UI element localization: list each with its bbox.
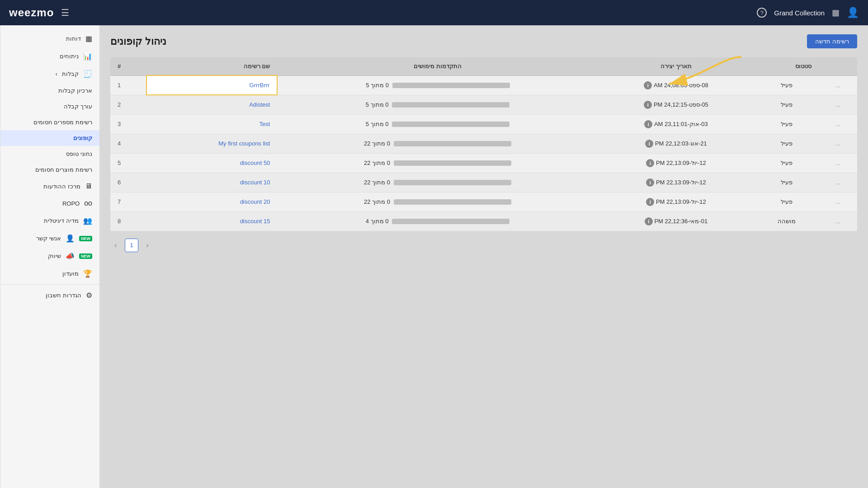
info-icon[interactable]: i	[645, 217, 653, 225]
row-status: פעיל	[754, 114, 819, 134]
table-row: ...פעיל12-יול-22,13:09 PM i0 מתוך 22disc…	[110, 192, 857, 211]
table-header: סטטוס תאריך יצירה התקדמות מימושים שם רשי…	[110, 57, 857, 75]
row-status: פעיל	[754, 173, 819, 192]
info-icon[interactable]: i	[644, 120, 652, 128]
sidebar-item-receipts[interactable]: 🧾 קבלות ›	[0, 65, 99, 83]
row-created: 03-אוק-23,11:01 AM i	[598, 114, 755, 134]
row-name[interactable]: discount 10	[146, 173, 278, 192]
row-name[interactable]: My first coupons list	[146, 134, 278, 153]
row-number: 1	[110, 75, 146, 95]
sidebar-item-club[interactable]: 🏆 מועדון	[0, 265, 99, 282]
prev-page-button[interactable]: ‹	[110, 239, 121, 252]
info-icon[interactable]: i	[646, 198, 654, 206]
help-icon[interactable]: ?	[757, 8, 767, 18]
row-name[interactable]: discount 50	[146, 153, 278, 173]
row-actions[interactable]: ...	[819, 114, 857, 134]
info-icon[interactable]: i	[645, 140, 653, 148]
sidebar-item-coupons[interactable]: קופונים	[0, 130, 99, 146]
row-actions[interactable]: ...	[819, 211, 857, 231]
store-name: Grand Collection	[774, 9, 825, 17]
row-actions[interactable]: ...	[819, 134, 857, 153]
table-row: ...פעיל05-ספט-24,12:15 PM i0 מתוך 5Adist…	[110, 95, 857, 114]
sidebar-item-label: עורך קבלה	[64, 103, 92, 110]
redemption-label: 0 מתוך 5	[366, 101, 389, 108]
settings-icon: ⚙	[86, 291, 92, 300]
ropo-icon: oo	[84, 199, 92, 207]
sidebar-item-coupon-types[interactable]: נחוני טופס	[0, 146, 99, 162]
redemption-label: 0 מתוך 22	[364, 140, 390, 147]
sidebar-item-label: ROPO	[62, 200, 80, 207]
redemption-label: 0 מתוך 22	[364, 179, 390, 186]
sidebar-item-settings[interactable]: ⚙ הגדרות חשבון	[0, 286, 99, 304]
row-created: 21-אוג-22,12:03 PM i	[598, 134, 755, 153]
table-body: ...פעיל08-ספט-24,08:03 AM i0 מתוך 5GrrrB…	[110, 75, 857, 231]
sidebar-item-label: מרכז ההודעות	[43, 183, 80, 190]
notifications-icon: 🖥	[85, 182, 92, 190]
row-number: 8	[110, 211, 146, 231]
sidebar-item-blocked-products[interactable]: רשימת מוצרים חסומים	[0, 162, 99, 178]
nav-right: ☰ weezmo	[9, 6, 69, 19]
new-list-button[interactable]: רשימה חדשה	[807, 34, 857, 48]
digital-icon: 👥	[83, 216, 92, 225]
row-created: 05-ספט-24,12:15 PM i	[598, 95, 755, 114]
row-created: 12-יול-22,13:09 PM i	[598, 153, 755, 173]
row-actions[interactable]: ...	[819, 173, 857, 192]
info-icon[interactable]: i	[646, 159, 654, 167]
sidebar-item-quick-connect[interactable]: NEW 👤 אנשי קשר	[0, 230, 99, 247]
page-1-button[interactable]: 1	[125, 239, 138, 252]
redemption-label: 0 מתוך 22	[364, 160, 390, 166]
sidebar-item-receipt-editor[interactable]: עורך קבלה	[0, 99, 99, 114]
sidebar-item-analytics[interactable]: 📊 ניתוחים	[0, 47, 99, 65]
nav-left: 👤 ▦ Grand Collection ?	[757, 7, 859, 19]
sidebar: ▦ דוחות 📊 ניתוחים 🧾 קבלות › ארכיון קבלות…	[0, 25, 99, 488]
hamburger-icon[interactable]: ☰	[61, 7, 69, 18]
info-icon[interactable]: i	[646, 178, 654, 187]
row-actions[interactable]: ...	[819, 95, 857, 114]
row-actions[interactable]: ...	[819, 192, 857, 211]
col-header-actions	[819, 57, 857, 75]
next-page-button[interactable]: ›	[142, 239, 153, 252]
row-number: 2	[110, 95, 146, 114]
row-redemptions: 0 מתוך 22	[277, 134, 598, 153]
data-table-container: סטטוס תאריך יצירה התקדמות מימושים שם רשי…	[110, 57, 857, 231]
redemption-label: 0 מתוך 4	[366, 218, 389, 225]
sidebar-item-reports[interactable]: ▦ דוחות	[0, 30, 99, 47]
row-name[interactable]: GrrrBrrr	[146, 75, 278, 95]
grid-icon[interactable]: ▦	[832, 8, 840, 18]
table-row: ...מושהה01-מאי-22,12:36 PM i0 מתוך 4disc…	[110, 211, 857, 231]
page-title: ניהול קופונים	[110, 36, 166, 47]
row-actions[interactable]: ...	[819, 153, 857, 173]
sidebar-item-blocked-numbers[interactable]: רשימת מספרים חסומים	[0, 114, 99, 130]
row-actions[interactable]: ...	[819, 75, 857, 95]
sidebar-item-label: רשימת מוצרים חסומים	[35, 166, 92, 173]
sidebar-item-archive[interactable]: ארכיון קבלות	[0, 83, 99, 99]
sidebar-item-label: ניתוחים	[60, 53, 79, 60]
sidebar-item-label: ארכיון קבלות	[58, 87, 92, 94]
info-icon[interactable]: i	[644, 81, 652, 89]
col-header-redemptions: התקדמות מימושים	[277, 57, 598, 75]
row-redemptions: 0 מתוך 5	[277, 75, 598, 95]
user-icon[interactable]: 👤	[847, 7, 859, 19]
table-row: ...פעיל12-יול-22,13:09 PM i0 מתוך 22disc…	[110, 153, 857, 173]
row-name[interactable]: discount 15	[146, 211, 278, 231]
sidebar-item-marketing[interactable]: NEW 📣 שיווק	[0, 247, 99, 265]
coupons-table: סטטוס תאריך יצירה התקדמות מימושים שם רשי…	[110, 57, 857, 231]
row-name[interactable]: Test	[146, 114, 278, 134]
row-status: מושהה	[754, 211, 819, 231]
info-icon[interactable]: i	[644, 101, 652, 109]
table-row: ...פעיל21-אוג-22,12:03 PM i0 מתוך 22My f…	[110, 134, 857, 153]
sidebar-item-digital-media[interactable]: 👥 מדיה דיגיטלית	[0, 212, 99, 230]
reports-icon: ▦	[85, 34, 92, 43]
row-name[interactable]: Adistest	[146, 95, 278, 114]
redemption-label: 0 מתוך 22	[364, 198, 390, 205]
row-redemptions: 0 מתוך 22	[277, 153, 598, 173]
row-name[interactable]: discount 20	[146, 192, 278, 211]
new-badge: NEW	[79, 236, 92, 241]
main-layout: רשימה חדשה ניהול קופונים סטטוס תאריך יצי…	[0, 25, 868, 488]
sidebar-item-ropo[interactable]: oo ROPO	[0, 195, 99, 212]
row-created: 08-ספט-24,08:03 AM i	[598, 75, 755, 95]
row-number: 5	[110, 153, 146, 173]
table-row: ...פעיל08-ספט-24,08:03 AM i0 מתוך 5GrrrB…	[110, 75, 857, 95]
sidebar-item-notifications[interactable]: 🖥 מרכז ההודעות	[0, 178, 99, 195]
row-status: פעיל	[754, 95, 819, 114]
